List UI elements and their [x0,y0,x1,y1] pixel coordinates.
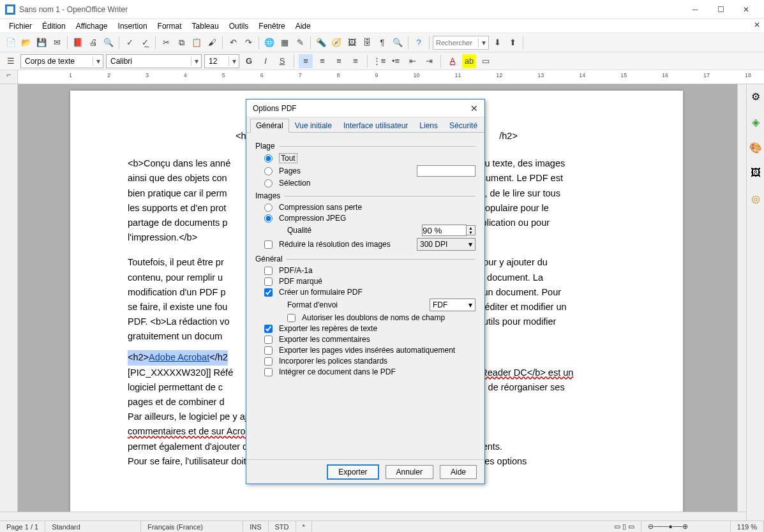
datasource-icon[interactable]: 🗄 [360,36,374,50]
preview-icon[interactable]: 🔍 [101,36,116,50]
status-lang[interactable]: Français (France) [141,521,243,532]
styles-icon[interactable]: ☰ [4,54,18,68]
zoom-slider[interactable]: ⊖───●──⊕ [641,521,731,532]
draw-icon[interactable]: ✎ [293,36,307,50]
paragraph-style-combo[interactable]: Corps de texte▾ [20,54,103,68]
undo-icon[interactable]: ↶ [226,36,240,50]
align-right-icon[interactable]: ≡ [332,54,346,68]
minimize-button[interactable]: ─ [682,0,708,19]
help-icon[interactable]: ? [412,36,426,50]
status-zoom[interactable]: 119 % [731,521,764,532]
format-select[interactable]: FDF▾ [430,299,476,311]
table-icon[interactable]: ▦ [278,36,292,50]
export-button[interactable]: Exporter [327,464,378,480]
bg-color-icon[interactable]: ▭ [479,54,493,68]
radio-selection[interactable] [264,179,273,188]
sidebar-3d-icon[interactable]: ◈ [749,115,763,129]
chk-dup-names[interactable] [287,314,296,322]
chk-form[interactable] [264,288,273,297]
dialog-close-icon[interactable]: ✕ [470,103,478,114]
align-justify-icon[interactable]: ≡ [348,54,363,68]
find-icon[interactable]: 🔦 [314,36,328,50]
horizontal-scrollbar[interactable] [0,512,746,521]
tab-links[interactable]: Liens [414,119,444,133]
open-icon[interactable]: 📂 [19,36,33,50]
chk-bookmarks[interactable] [264,325,273,333]
sidebar-styles-icon[interactable]: 🎨 [749,140,763,154]
email-icon[interactable]: ✉ [50,36,64,50]
save-icon[interactable]: 💾 [34,36,49,50]
cut-icon[interactable]: ✂ [159,36,173,50]
navigator-icon[interactable]: 🧭 [329,36,343,50]
align-left-icon[interactable]: ≡ [299,54,313,68]
menu-aide[interactable]: Aide [290,20,316,32]
menu-insertion[interactable]: Insertion [113,20,153,32]
sidebar-properties-icon[interactable]: ⚙ [749,89,763,103]
radio-all[interactable] [264,154,273,163]
radio-pages[interactable] [264,167,273,175]
chk-comments[interactable] [264,336,273,344]
menu-edition[interactable]: Édition [37,20,71,32]
print-icon[interactable]: 🖨 [86,36,100,50]
new-doc-icon[interactable]: 📄 [4,36,18,50]
spellcheck-icon[interactable]: ✓ [123,36,137,50]
menu-format[interactable]: Format [153,20,187,32]
menu-affichage[interactable]: Affichage [71,20,113,32]
paste-icon[interactable]: 📋 [190,36,204,50]
maximize-button[interactable]: ☐ [708,0,733,19]
status-view-icons[interactable]: ▭ ▯ ▭ [608,521,641,532]
chk-reduce-res[interactable] [264,240,273,249]
nonprint-icon[interactable]: ¶ [375,36,389,50]
status-ins[interactable]: INS [243,521,268,532]
search-input[interactable] [433,39,478,47]
indent-dec-icon[interactable]: ⇤ [405,54,419,68]
sidebar-navigator-icon[interactable]: ◎ [749,191,763,205]
zoom-icon[interactable]: 🔍 [391,36,405,50]
sidebar-gallery-icon[interactable]: 🖼 [749,166,763,180]
font-combo[interactable]: Calibri▾ [106,54,202,68]
menu-outils[interactable]: Outils [224,20,254,32]
chk-pdfa[interactable] [264,267,273,275]
chk-embed-doc[interactable] [264,368,273,376]
tab-user-interface[interactable]: Interface utilisateur [338,119,414,133]
underline-icon[interactable]: S [275,54,289,68]
find-prev-icon[interactable]: ⬆ [506,36,520,50]
link-adobe-acrobat[interactable]: Adobe Acrobat [149,352,209,362]
italic-icon[interactable]: I [258,54,273,68]
redo-icon[interactable]: ↷ [241,36,255,50]
menu-fichier[interactable]: Fichier [4,20,37,32]
gallery-icon[interactable]: 🖼 [345,36,359,50]
search-box[interactable]: ▾ [433,36,489,50]
close-button[interactable]: ✕ [733,0,759,19]
list-bullet-icon[interactable]: •≡ [389,54,403,68]
tab-initial-view[interactable]: Vue initiale [289,119,338,133]
tab-general[interactable]: Général [250,119,289,133]
highlight-icon[interactable]: ab [462,54,476,68]
chk-empty-pages[interactable] [264,346,273,355]
list-num-icon[interactable]: ⋮≡ [372,54,386,68]
menu-fenetre[interactable]: Fenêtre [253,20,290,32]
close-doc-icon[interactable]: ✕ [754,20,760,29]
export-pdf-icon[interactable]: 📕 [71,36,85,50]
chk-tagged[interactable] [264,277,273,286]
chk-embed-fonts[interactable] [264,357,273,366]
brush-icon[interactable]: 🖌 [205,36,219,50]
quality-spinner[interactable]: ▲▼ [422,225,476,236]
pages-input[interactable] [417,165,476,177]
search-dropdown-icon[interactable]: ▾ [478,38,488,47]
align-center-icon[interactable]: ≡ [315,54,329,68]
indent-inc-icon[interactable]: ⇥ [422,54,436,68]
cancel-button[interactable]: Annuler [386,465,433,479]
font-size-combo[interactable]: 12▾ [204,54,239,68]
tab-security[interactable]: Sécurité [444,119,483,133]
font-color-icon[interactable]: A [446,54,460,68]
help-button[interactable]: Aide [440,465,477,479]
dialog-title-bar[interactable]: Options PDF ✕ [246,100,484,117]
copy-icon[interactable]: ⧉ [174,36,188,50]
radio-lossless[interactable] [264,203,273,212]
hyperlink-icon[interactable]: 🌐 [262,36,276,50]
vertical-scrollbar[interactable] [737,84,746,512]
radio-jpeg[interactable] [264,214,273,223]
find-next-icon[interactable]: ⬇ [490,36,504,50]
autospell-icon[interactable]: ✓̲ [138,36,152,50]
